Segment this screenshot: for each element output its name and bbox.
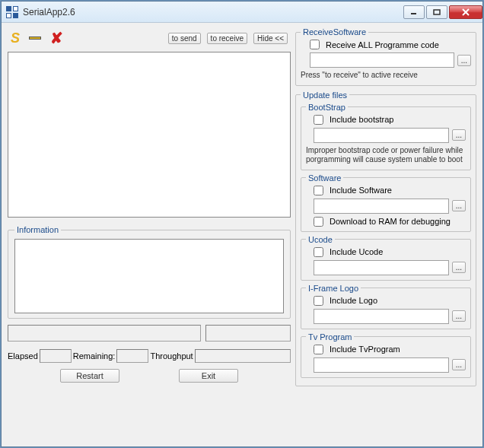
connect-icon[interactable]: S (11, 30, 20, 46)
tv-path-input[interactable] (314, 357, 449, 373)
receive-browse-button[interactable]: ... (457, 55, 471, 66)
ucode-browse-button[interactable]: ... (452, 262, 466, 273)
bootstrap-browse-button[interactable]: ... (452, 129, 466, 141)
ucode-group: Ucode Include Ucode ... (301, 235, 471, 281)
to-send-button[interactable]: to send (168, 33, 201, 44)
svg-rect-1 (434, 10, 440, 14)
download-ram-checkbox[interactable] (314, 217, 323, 227)
iframe-group: I-Frame Logo Include Logo ... (301, 284, 471, 329)
bootstrap-path-input[interactable] (314, 128, 449, 143)
include-software-label: Include Software (330, 186, 392, 195)
include-bootstrap-checkbox[interactable] (314, 115, 323, 125)
iframe-legend: I-Frame Logo (306, 284, 361, 293)
iframe-browse-button[interactable]: ... (452, 310, 466, 322)
left-column: S ✘ to send to receive Hide << Informati… (8, 27, 291, 440)
receive-all-label: Receive ALL Programme code (326, 40, 439, 49)
download-ram-label: Download to RAM for debugging (330, 217, 451, 226)
elapsed-value (40, 349, 72, 363)
receive-all-checkbox[interactable] (310, 40, 320, 49)
update-files-group: Update files BootStrap Include bootstrap… (295, 91, 476, 386)
to-receive-button[interactable]: to receive (207, 33, 247, 44)
toolbar: S ✘ to send to receive Hide << (8, 27, 291, 52)
information-legend: Information (14, 225, 61, 234)
stats-row: Elapsed Remaining: Throughput (8, 349, 291, 363)
status-box-1 (8, 325, 201, 342)
bootstrap-legend: BootStrap (306, 103, 348, 112)
include-logo-checkbox[interactable] (314, 296, 323, 306)
include-tv-label: Include TvProgram (330, 345, 400, 354)
elapsed-label: Elapsed (8, 351, 38, 361)
receive-software-group: ReceiveSoftware Receive ALL Programme co… (295, 27, 476, 86)
include-tv-checkbox[interactable] (314, 345, 323, 354)
information-textarea[interactable] (14, 239, 284, 313)
hide-button[interactable]: Hide << (253, 33, 288, 44)
iframe-path-input[interactable] (314, 309, 449, 324)
right-column: ReceiveSoftware Receive ALL Programme co… (295, 27, 476, 440)
software-path-input[interactable] (314, 199, 449, 214)
restart-button[interactable]: Restart (60, 369, 119, 383)
tv-legend: Tv Program (306, 332, 354, 342)
port-icon[interactable] (26, 33, 44, 43)
receive-software-legend: ReceiveSoftware (301, 27, 368, 37)
include-ucode-checkbox[interactable] (314, 247, 323, 257)
close-button[interactable] (449, 5, 482, 19)
bootstrap-note: Improper bootstrap code or power failure… (306, 146, 466, 165)
include-software-checkbox[interactable] (314, 186, 323, 195)
minimize-button[interactable] (403, 5, 425, 19)
remaining-label: Remaining: (73, 351, 116, 361)
update-files-legend: Update files (301, 91, 349, 100)
include-ucode-label: Include Ucode (330, 247, 383, 256)
include-bootstrap-label: Include bootstrap (330, 115, 393, 124)
tv-group: Tv Program Include TvProgram ... (301, 332, 471, 378)
receive-path-input[interactable] (310, 52, 454, 68)
app-window: SerialApp2.6 S ✘ to send to receive Hide… (1, 1, 483, 447)
software-group: Software Include Software ... Download t… (301, 173, 471, 232)
log-textarea[interactable] (8, 52, 291, 218)
status-box-2 (205, 325, 291, 342)
software-legend: Software (306, 173, 343, 183)
software-browse-button[interactable]: ... (452, 200, 466, 211)
remaining-value (116, 349, 148, 363)
disconnect-icon[interactable]: ✘ (50, 29, 63, 47)
exit-button[interactable]: Exit (179, 369, 238, 383)
information-group: Information (8, 225, 291, 319)
status-row (8, 325, 291, 342)
bottom-buttons: Restart Exit (8, 369, 291, 383)
tv-browse-button[interactable]: ... (452, 359, 466, 370)
throughput-value (195, 349, 291, 363)
ucode-legend: Ucode (306, 235, 335, 244)
ucode-path-input[interactable] (314, 260, 449, 275)
bootstrap-group: BootStrap Include bootstrap ... Improper… (301, 103, 471, 170)
titlebar[interactable]: SerialApp2.6 (2, 2, 482, 23)
include-logo-label: Include Logo (330, 296, 377, 305)
body: S ✘ to send to receive Hide << Informati… (2, 23, 482, 446)
receive-note: Press "to receive" to active receive (301, 71, 471, 81)
window-title: SerialApp2.6 (23, 7, 75, 17)
maximize-button[interactable] (426, 5, 447, 19)
throughput-label: Throughput (150, 351, 193, 361)
app-icon (6, 6, 18, 18)
window-controls (402, 5, 482, 19)
